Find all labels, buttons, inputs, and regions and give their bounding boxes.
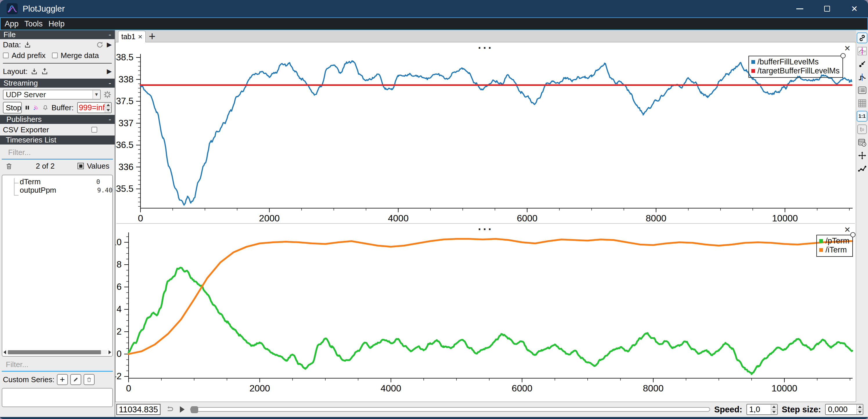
legend-resize-grip[interactable] bbox=[850, 232, 856, 237]
buffer-fill-chart[interactable]: 335.5336336.5337337.5338338.502000400060… bbox=[116, 42, 856, 223]
plot-buffer-fill[interactable]: 335.5336336.5337337.5338338.502000400060… bbox=[116, 42, 856, 223]
spin-up-icon bbox=[106, 104, 110, 106]
collapse-publishers-icon[interactable]: - bbox=[108, 115, 111, 124]
tab-tab1[interactable]: tab1 ✕ bbox=[118, 31, 146, 42]
legend-resize-grip[interactable] bbox=[840, 53, 846, 58]
custom-series-filter-input[interactable]: Filter... bbox=[2, 359, 113, 372]
list-view-button[interactable] bbox=[857, 85, 867, 95]
data-menu-arrow-icon[interactable]: ▶ bbox=[107, 41, 112, 49]
legend-color-marker bbox=[751, 60, 755, 64]
section-publishers[interactable]: Publishers - bbox=[0, 115, 115, 124]
load-data-icon[interactable] bbox=[24, 41, 31, 49]
delete-series-trash-icon[interactable] bbox=[5, 162, 13, 170]
step-size-spinbox[interactable]: 0,000 bbox=[825, 404, 863, 415]
reload-data-icon[interactable] bbox=[96, 41, 104, 49]
x-tick-label: 0 bbox=[126, 383, 131, 393]
edit-custom-series-button[interactable] bbox=[70, 374, 81, 385]
x-tick-label: 10000 bbox=[771, 383, 797, 393]
timeline-slider[interactable] bbox=[190, 407, 710, 412]
stream-notifications-icon[interactable] bbox=[33, 104, 39, 112]
plot-pid-terms[interactable]: -202468100200040006000800010000 ··· ✕ /p… bbox=[116, 224, 856, 401]
section-file[interactable]: File - bbox=[0, 30, 115, 39]
menu-app[interactable]: App bbox=[5, 20, 19, 28]
layout-label: Layout: bbox=[3, 67, 28, 76]
play-icon[interactable] bbox=[179, 406, 186, 414]
timeseries-filter-input[interactable]: Filter... bbox=[2, 147, 113, 160]
grid-layout-button[interactable] bbox=[857, 98, 867, 108]
collapse-streaming-icon[interactable]: - bbox=[108, 78, 111, 88]
plot-drag-handle[interactable]: ··· bbox=[116, 43, 856, 53]
csv-exporter-checkbox[interactable] bbox=[91, 127, 97, 133]
plot-legend[interactable]: /bufferFillLevelMs/targetBufferFillLevel… bbox=[748, 56, 843, 78]
add-tab-button[interactable]: + bbox=[149, 32, 155, 42]
timeseries-tree[interactable]: dTerm 0 outputPpm 9.403 bbox=[2, 175, 113, 357]
section-streaming[interactable]: Streaming - bbox=[0, 78, 115, 88]
tree-item-value: 9.403 bbox=[97, 187, 113, 194]
pid-terms-chart[interactable]: -202468100200040006000800010000 bbox=[116, 224, 856, 401]
stop-streaming-button[interactable]: Stop bbox=[3, 102, 22, 114]
legend-item[interactable]: /targetBufferFillLevelMs bbox=[751, 66, 840, 75]
add-custom-series-button[interactable]: + bbox=[57, 374, 68, 385]
layout-menu-arrow-icon[interactable]: ▶ bbox=[107, 68, 112, 75]
step-mode-button[interactable] bbox=[857, 72, 867, 83]
datetime-button[interactable] bbox=[857, 137, 867, 148]
section-timeseries-list[interactable]: Timeseries List bbox=[0, 135, 115, 144]
scroll-right-icon[interactable] bbox=[108, 350, 111, 354]
minimize-button[interactable] bbox=[786, 0, 813, 18]
load-layout-icon[interactable] bbox=[30, 68, 38, 75]
tree-horizontal-scrollbar[interactable] bbox=[3, 350, 111, 355]
close-plot-icon[interactable]: ✕ bbox=[844, 45, 850, 53]
add-prefix-label: Add prefix bbox=[11, 51, 45, 60]
legend-item[interactable]: /bufferFillLevelMs bbox=[751, 58, 840, 66]
tree-item-outputppm[interactable]: outputPpm 9.403 bbox=[2, 185, 112, 195]
csv-exporter-label: CSV Exporter bbox=[3, 125, 49, 134]
buffer-value: 999=inf bbox=[78, 103, 105, 112]
plot-drag-handle[interactable]: ··· bbox=[116, 224, 856, 234]
streaming-source-select[interactable]: UDP Server ▼ bbox=[3, 90, 101, 99]
legend-item[interactable]: /pTerm bbox=[819, 236, 849, 246]
speed-spinbox[interactable]: 1,0 bbox=[746, 404, 778, 415]
timeline-slider-handle[interactable] bbox=[191, 406, 198, 413]
menu-help[interactable]: Help bbox=[49, 20, 65, 28]
collapse-file-icon[interactable]: - bbox=[108, 30, 111, 39]
minimize-icon bbox=[796, 8, 803, 9]
scrollbar-thumb[interactable] bbox=[8, 350, 101, 354]
merge-data-checkbox[interactable] bbox=[52, 53, 58, 58]
tree-item-dterm[interactable]: dTerm 0 bbox=[2, 175, 112, 185]
custom-series-list[interactable] bbox=[2, 388, 113, 407]
close-button[interactable]: ✕ bbox=[841, 0, 868, 18]
prefix-merge-row: Add prefix Merge data bbox=[0, 50, 115, 61]
pan-view-button[interactable] bbox=[857, 150, 867, 161]
x-tick-label: 2000 bbox=[259, 213, 280, 223]
close-plot-icon[interactable]: ✕ bbox=[844, 226, 850, 234]
zoom-to-data-button[interactable] bbox=[857, 59, 867, 69]
maximize-button[interactable] bbox=[813, 0, 841, 18]
add-prefix-checkbox[interactable] bbox=[3, 53, 9, 58]
ratio-1-1-button[interactable]: 1:1 bbox=[857, 111, 867, 122]
loop-icon[interactable] bbox=[164, 405, 175, 414]
legend-item[interactable]: /iTerm bbox=[819, 246, 849, 255]
save-layout-icon[interactable] bbox=[41, 68, 49, 75]
plot-legend[interactable]: /pTerm/iTerm bbox=[816, 235, 853, 257]
scroll-left-icon[interactable] bbox=[3, 350, 6, 354]
buffer-spinbox[interactable]: 999=inf bbox=[77, 102, 112, 113]
y-tick-label: 338.5 bbox=[116, 52, 133, 62]
link-x-axis-button[interactable] bbox=[857, 32, 867, 43]
delete-custom-series-button[interactable] bbox=[84, 374, 95, 385]
y-tick-label: 337 bbox=[118, 118, 133, 128]
maximize-icon bbox=[824, 6, 830, 11]
values-checkbox[interactable] bbox=[78, 163, 84, 169]
sidebar-divider bbox=[3, 63, 112, 64]
relative-time-button[interactable]: to bbox=[857, 124, 867, 135]
streaming-options-gear-icon[interactable] bbox=[103, 90, 112, 99]
line-style-button[interactable] bbox=[857, 163, 867, 174]
y-tick-label: 6 bbox=[117, 282, 122, 292]
pause-icon[interactable] bbox=[25, 104, 29, 111]
tracker-button[interactable] bbox=[857, 45, 867, 56]
y-tick-label: 337.5 bbox=[116, 96, 133, 106]
menu-tools[interactable]: Tools bbox=[24, 20, 43, 28]
tab-close-icon[interactable]: ✕ bbox=[138, 33, 143, 40]
alerts-bell-icon[interactable] bbox=[43, 104, 48, 112]
buffer-spin-arrows[interactable] bbox=[105, 103, 111, 112]
current-time-box[interactable]: 11034.835 bbox=[116, 404, 160, 415]
